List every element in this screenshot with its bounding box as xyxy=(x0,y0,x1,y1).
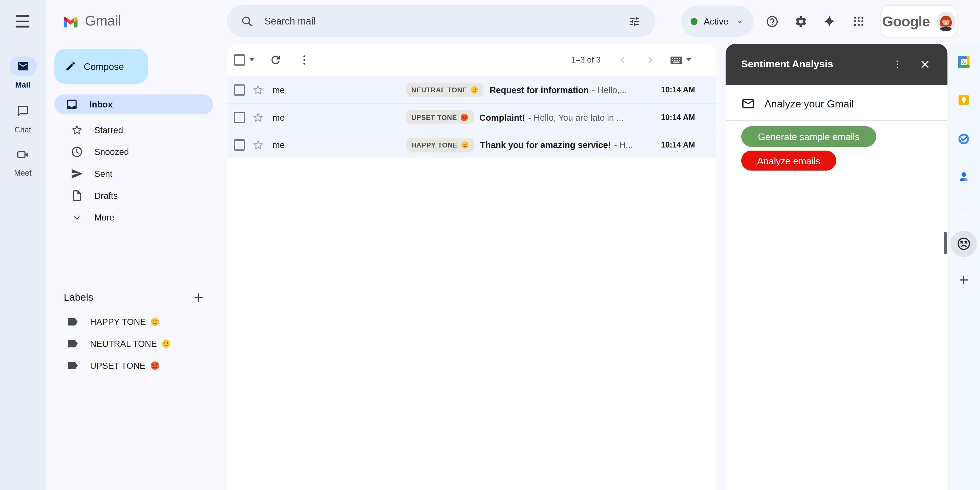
email-row[interactable]: me UPSET TONE Complaint! - Hello, You ar… xyxy=(227,103,716,130)
generate-sample-emails-button[interactable]: Generate sample emails xyxy=(741,126,876,147)
search-icon[interactable] xyxy=(234,8,259,33)
tone-chip: NEUTRAL TONE xyxy=(406,83,484,97)
help-icon[interactable] xyxy=(759,9,784,34)
star-toggle-icon[interactable] xyxy=(252,83,264,96)
sidebar-item-starred[interactable]: Starred xyxy=(46,119,224,141)
label-tag-icon xyxy=(66,359,79,372)
neutral-emoji-icon xyxy=(470,85,479,94)
rail-item-meet[interactable]: Meet xyxy=(0,145,46,178)
email-sender: me xyxy=(272,85,406,95)
pencil-icon xyxy=(65,61,76,72)
email-row[interactable]: me NEUTRAL TONE Request for information … xyxy=(227,76,716,103)
sidebar: Compose Inbox Starred Snoozed Sent Draft… xyxy=(46,43,224,490)
rail-item-chat[interactable]: Chat xyxy=(0,101,46,135)
gmail-app: Mail Chat Meet Gmail xyxy=(0,0,980,490)
gmail-m-icon xyxy=(62,14,80,28)
sidebar-item-more[interactable]: More xyxy=(46,206,224,228)
svg-text:31: 31 xyxy=(961,60,966,65)
angry-emoji-icon xyxy=(460,113,469,121)
keep-icon[interactable] xyxy=(958,94,970,106)
sidebar-item-drafts-label: Drafts xyxy=(94,190,118,200)
tasks-icon[interactable] xyxy=(957,132,970,145)
sidebar-item-inbox[interactable]: Inbox xyxy=(54,94,213,115)
sidebar-item-starred-label: Starred xyxy=(94,125,123,135)
email-subject: Request for information xyxy=(490,85,589,95)
contacts-icon[interactable] xyxy=(957,170,970,183)
compose-button[interactable]: Compose xyxy=(54,49,148,84)
email-subject: Thank you for amazing service! xyxy=(480,140,611,150)
addon-menu-icon[interactable] xyxy=(886,53,909,76)
input-tools-icon[interactable] xyxy=(670,53,691,67)
rail-item-meet-label: Meet xyxy=(14,169,32,177)
email-sender: me xyxy=(272,140,406,150)
sidebar-label-neutral-tone[interactable]: NEUTRAL TONE xyxy=(46,332,224,355)
search-input[interactable] xyxy=(263,15,622,27)
happy-emoji-icon xyxy=(150,317,160,326)
email-snippet: - Hello, You are late in ... xyxy=(528,112,654,122)
label-name: UPSET TONE xyxy=(90,360,145,370)
gemini-sparkle-icon[interactable] xyxy=(817,9,842,34)
addon-panel-title: Sentiment Analysis xyxy=(741,59,833,70)
pagination-count: 1–3 of 3 xyxy=(571,55,600,65)
get-addons-icon[interactable] xyxy=(958,274,970,286)
tone-chip: UPSET TONE xyxy=(406,110,474,124)
create-label-icon[interactable] xyxy=(190,288,207,306)
email-time: 10:14 AM xyxy=(661,85,695,94)
rail-divider xyxy=(955,209,973,209)
row-checkbox[interactable] xyxy=(234,139,245,150)
search-bar xyxy=(227,5,655,37)
label-tag-icon xyxy=(66,337,79,350)
select-all-checkbox[interactable] xyxy=(234,54,245,65)
calendar-icon[interactable]: 31 xyxy=(957,55,970,69)
status-label: Active xyxy=(704,16,729,26)
more-options-icon[interactable] xyxy=(298,53,310,66)
email-subject: Complaint! xyxy=(479,112,525,122)
addon-panel: Sentiment Analysis Analyze your Gmail Ge… xyxy=(725,44,947,490)
gmail-wordmark: Gmail xyxy=(85,13,121,29)
sidebar-nav: Starred Snoozed Sent Drafts More xyxy=(46,119,224,228)
addon-heading: Analyze your Gmail xyxy=(764,98,854,110)
email-row[interactable]: me HAPPY TONE Thank you for amazing serv… xyxy=(227,130,716,158)
sidebar-label-happy-tone[interactable]: HAPPY TONE xyxy=(46,310,224,332)
email-time: 10:14 AM xyxy=(661,140,695,149)
main-menu-icon[interactable] xyxy=(16,15,29,27)
tone-chip: HAPPY TONE xyxy=(406,138,474,152)
scrollbar-thumb[interactable] xyxy=(944,232,947,255)
sidebar-item-drafts[interactable]: Drafts xyxy=(46,184,224,206)
search-filter-icon[interactable] xyxy=(622,8,647,33)
list-toolbar: 1–3 of 3 xyxy=(227,44,716,76)
sidebar-item-snoozed[interactable]: Snoozed xyxy=(46,141,224,162)
refresh-icon[interactable] xyxy=(269,53,282,66)
newer-page-icon[interactable] xyxy=(617,54,628,65)
addon-panel-header: Sentiment Analysis xyxy=(725,44,947,85)
active-status-dot xyxy=(690,18,697,25)
row-checkbox[interactable] xyxy=(234,84,245,95)
mail-icon xyxy=(9,56,37,76)
left-rail: Mail Chat Meet xyxy=(0,0,46,490)
row-checkbox[interactable] xyxy=(234,111,245,123)
companion-rail: 31 xyxy=(948,44,980,490)
select-dropdown-icon[interactable] xyxy=(249,58,255,61)
sidebar-item-more-label: More xyxy=(94,212,115,222)
account-widget[interactable]: Google xyxy=(880,5,958,38)
apps-grid-icon[interactable] xyxy=(846,9,871,34)
status-chip[interactable]: Active xyxy=(681,6,753,37)
star-toggle-icon[interactable] xyxy=(252,138,264,151)
sidebar-label-upset-tone[interactable]: UPSET TONE xyxy=(46,355,224,376)
analyze-emails-button[interactable]: Analyze emails xyxy=(741,151,836,170)
settings-icon[interactable] xyxy=(788,9,813,34)
sentiment-addon-icon[interactable] xyxy=(951,231,977,257)
email-list-card: 1–3 of 3 me xyxy=(227,44,716,490)
draft-file-icon xyxy=(71,189,83,202)
sidebar-item-sent-label: Sent xyxy=(94,169,113,178)
label-name: HAPPY TONE xyxy=(90,317,146,326)
older-page-icon[interactable] xyxy=(644,54,655,65)
google-logo: Google xyxy=(882,13,930,30)
labels-heading: Labels xyxy=(64,291,93,303)
sidebar-item-snoozed-label: Snoozed xyxy=(94,146,129,156)
rail-item-mail[interactable]: Mail xyxy=(0,56,46,89)
gmail-logo[interactable]: Gmail xyxy=(62,0,121,43)
sidebar-item-sent[interactable]: Sent xyxy=(46,162,224,185)
close-icon[interactable] xyxy=(914,53,936,76)
star-toggle-icon[interactable] xyxy=(252,111,264,124)
